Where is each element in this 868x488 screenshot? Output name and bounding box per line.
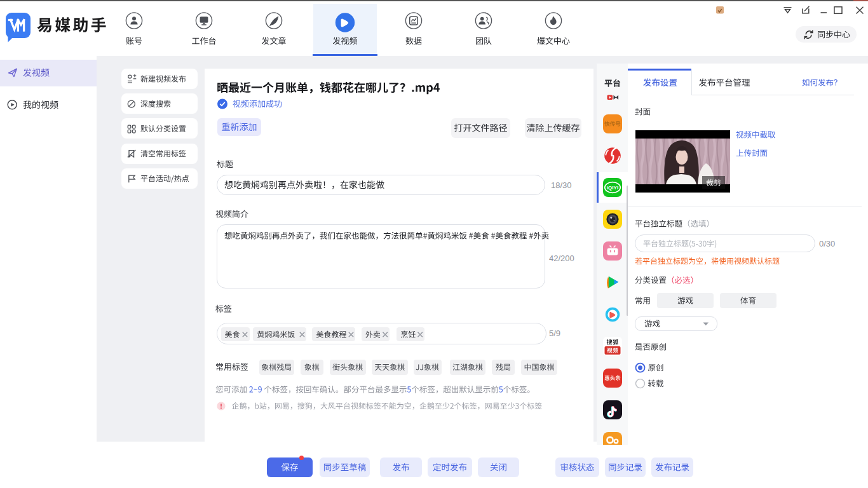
- svg-text:iQIYI: iQIYI: [607, 185, 618, 191]
